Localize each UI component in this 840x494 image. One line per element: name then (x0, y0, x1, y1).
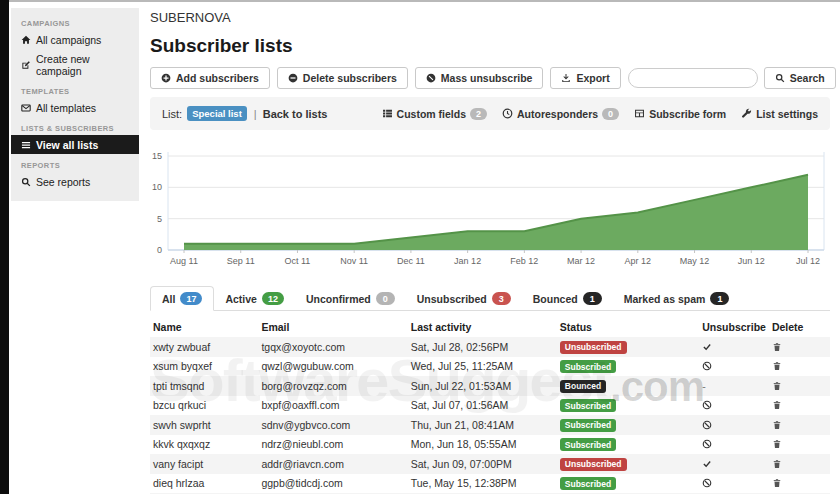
cell-name: xwty zwbuaf (150, 337, 258, 357)
search-icon (21, 177, 31, 187)
unsubscribe-action[interactable] (702, 478, 766, 488)
svg-text:Nov 11: Nov 11 (340, 256, 368, 266)
wrench-icon (741, 108, 752, 119)
tab-marked-as-spam[interactable]: Marked as spam 1 (613, 287, 741, 310)
back-to-lists-link[interactable]: Back to lists (263, 108, 328, 120)
cell-email: addr@riavcn.com (258, 454, 407, 474)
delete-row-action[interactable] (772, 459, 827, 469)
cell-email: sdnv@ygbvco.com (258, 415, 407, 435)
action-label: Custom fields (397, 108, 466, 120)
unsubscribe-action[interactable] (702, 439, 766, 449)
cell-name: bzcu qrkuci (150, 396, 258, 416)
unsubscribe-action[interactable] (702, 459, 766, 469)
status-badge: Subscribed (560, 399, 616, 412)
table-row: swvh swprht sdnv@ygbvco.com Thu, Jun 21,… (150, 415, 830, 435)
tab-label: Bounced (533, 293, 578, 305)
cell-email: bxpf@oaxffl.com (258, 396, 407, 416)
column-header-email: Email (258, 317, 407, 337)
button-label: Search (790, 72, 825, 84)
cell-last-activity: Tue, May 15, 12:38PM (408, 474, 557, 494)
svg-text:Jun 12: Jun 12 (738, 256, 765, 266)
search-icon (775, 73, 785, 83)
sidebar-item-view-all-lists[interactable]: View all lists (11, 135, 139, 154)
sidebar: CAMPAIGNS All campaigns Create new campa… (11, 8, 139, 201)
check-icon (702, 342, 766, 352)
sidebar-item-see-reports[interactable]: See reports (11, 172, 139, 191)
column-header-delete: Delete (769, 317, 830, 337)
delete-row-action[interactable] (772, 400, 827, 410)
tab-unconfirmed[interactable]: Unconfirmed 0 (295, 287, 406, 310)
app-title: SUBERNOVA (150, 10, 830, 25)
sidebar-section-label: CAMPAIGNS (21, 19, 129, 28)
separator: | (254, 108, 257, 120)
status-badge: Unsubscribed (560, 341, 627, 354)
export-button[interactable]: Export (550, 67, 620, 89)
button-label: Export (576, 72, 609, 84)
subscriber-tabs: All 17 Active 12 Unconfirmed 0 Unsubscri… (150, 286, 830, 311)
autoresponders-action[interactable]: Autoresponders 0 (502, 108, 619, 120)
unsubscribe-action[interactable] (702, 361, 766, 371)
sidebar-item-create-new-campaign[interactable]: Create new campaign (11, 49, 139, 80)
toolbar: Add subscribers Delete subscribers Mass … (150, 67, 830, 89)
tab-all[interactable]: All 17 (150, 286, 214, 311)
sidebar-section-label: LISTS & SUBSCRIBERS (21, 124, 129, 133)
svg-text:Mar 12: Mar 12 (567, 256, 595, 266)
svg-text:Apr 12: Apr 12 (625, 256, 652, 266)
status-badge: Subscribed (560, 477, 616, 490)
tab-count-badge: 17 (180, 292, 202, 305)
table-row: vany facipt addr@riavcn.com Sat, Jun 09,… (150, 454, 830, 474)
sidebar-item-all-campaigns[interactable]: All campaigns (11, 30, 139, 49)
column-header-status: Status (557, 317, 699, 337)
cell-email: borg@rovzqz.com (258, 376, 407, 396)
delete-row-action[interactable] (772, 478, 827, 488)
search-input[interactable] (628, 68, 758, 88)
count-badge: 0 (602, 108, 619, 120)
cell-name: tpti tmsqnd (150, 376, 258, 396)
subscribe-form-action[interactable]: Subscribe form (634, 108, 726, 120)
delete-row-action[interactable] (772, 420, 827, 430)
sidebar-section-label: REPORTS (21, 161, 129, 170)
add-subscribers-button[interactable]: Add subscribers (150, 67, 270, 89)
search-area: Search (628, 67, 836, 89)
delete-row-action[interactable] (772, 439, 827, 449)
th-list-icon (382, 108, 393, 119)
table-row: xsum byqxef qwzl@wgubuw.com Wed, Jul 25,… (150, 357, 830, 377)
table-icon (634, 108, 645, 119)
delete-row-action[interactable] (772, 381, 827, 391)
svg-text:Jan 12: Jan 12 (454, 256, 481, 266)
mass-unsubscribe-button[interactable]: Mass unsubscribe (415, 67, 544, 89)
action-label: Subscribe form (649, 108, 726, 120)
unsubscribe-action[interactable] (702, 400, 766, 410)
custom-fields-action[interactable]: Custom fields 2 (382, 108, 487, 120)
tab-label: All (162, 293, 175, 305)
svg-text:15: 15 (152, 151, 162, 161)
cell-name: vany facipt (150, 454, 258, 474)
tab-bounced[interactable]: Bounced 1 (522, 287, 613, 310)
svg-text:0: 0 (157, 245, 162, 255)
status-badge: Bounced (560, 380, 606, 393)
minus-circle-icon (288, 73, 298, 83)
unsubscribe-action[interactable] (702, 420, 766, 430)
delete-subscribers-button[interactable]: Delete subscribers (277, 67, 408, 89)
svg-text:Jul 12: Jul 12 (796, 256, 820, 266)
dash-placeholder: - (702, 380, 706, 392)
list-bar: List: Special list | Back to lists Custo… (150, 97, 830, 130)
search-button[interactable]: Search (764, 67, 836, 89)
delete-row-action[interactable] (772, 361, 827, 371)
list-settings-action[interactable]: List settings (741, 108, 818, 120)
column-header-unsubscribe: Unsubscribe (699, 317, 769, 337)
cell-name: kkvk qxqxqz (150, 435, 258, 455)
table-row: tpti tmsqnd borg@rovzqz.com Sun, Jul 22,… (150, 376, 830, 396)
delete-row-action[interactable] (772, 342, 827, 352)
cell-last-activity: Thu, Jun 21, 08:41AM (408, 415, 557, 435)
svg-text:Sep 11: Sep 11 (227, 256, 255, 266)
status-badge: Subscribed (560, 419, 616, 432)
tab-unsubscribed[interactable]: Unsubscribed 3 (406, 287, 522, 310)
sidebar-item-all-templates[interactable]: All templates (11, 98, 139, 117)
cell-name: xsum byqxef (150, 357, 258, 377)
cell-last-activity: Wed, Jul 25, 11:25AM (408, 357, 557, 377)
trash-icon (772, 361, 827, 371)
unsubscribe-action[interactable] (702, 342, 766, 352)
tab-active[interactable]: Active 12 (214, 287, 295, 310)
clock-icon (502, 108, 513, 119)
